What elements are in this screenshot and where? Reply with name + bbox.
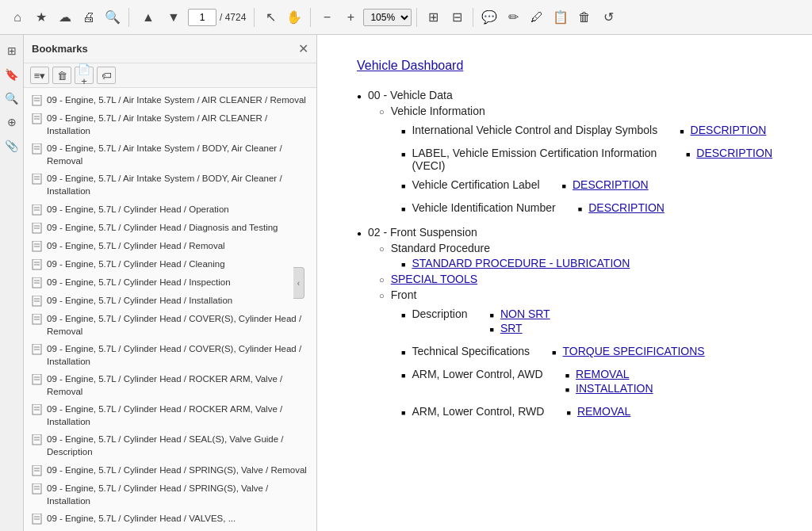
intl-symbols-description: DESCRIPTION [680, 124, 766, 136]
stamp-button[interactable]: 📋 [550, 6, 572, 29]
separator-3 [310, 8, 311, 27]
bookmark-item[interactable]: 09 - Engine, 5.7L / Air Intake System / … [24, 109, 316, 139]
annotation-tools: 💬 ✏ 🖊 📋 🗑 ↺ [478, 6, 619, 29]
search-icon-button[interactable]: 🔍 [2, 89, 21, 108]
zoom-out-button[interactable]: − [316, 6, 338, 29]
bookmark-item[interactable]: 09 - Engine, 5.7L / Cylinder Head / Remo… [24, 237, 316, 255]
print-button[interactable]: 🖨 [78, 6, 100, 29]
std-proc-lubrication: STANDARD PROCEDURE - LUBRICATION [401, 257, 772, 269]
bookmark-item[interactable]: 09 - Engine, 5.7L / Cylinder Head / SEAL… [24, 430, 316, 460]
standard-procedure-label: Standard Procedure [379, 242, 772, 254]
attachments-icon-button[interactable]: 📎 [2, 136, 21, 155]
cert-label-description-link[interactable]: DESCRIPTION [573, 178, 649, 191]
sidebar-title: Bookmarks [32, 43, 88, 55]
bookmark-item-icon [30, 313, 43, 326]
bookmark-item[interactable]: 09 - Engine, 5.7L / Cylinder Head / Inst… [24, 292, 316, 310]
zoom-select[interactable]: 50% 75% 100% 105% 125% 150% 200% [363, 9, 412, 26]
snap-view-button[interactable]: ⊞ [422, 6, 444, 29]
bookmark-item[interactable]: 09 - Engine, 5.7L / Cylinder Head / Insp… [24, 273, 316, 292]
bookmark-item[interactable]: 09 - Engine, 5.7L / Cylinder Head / Diag… [24, 219, 316, 237]
pen-button[interactable]: ✏ [502, 6, 524, 29]
bookmark-item[interactable]: 09 - Engine, 5.7L / Cylinder Head / SPRI… [24, 461, 316, 479]
tech-specs-label: Technical Specifications [401, 345, 530, 357]
vin-description-link[interactable]: DESCRIPTION [588, 201, 665, 214]
bookmark-item-icon [30, 143, 43, 155]
bookmark-options-button[interactable]: ≡▾ [30, 67, 49, 84]
cursor-tools: ↖ ✋ [259, 6, 305, 29]
section-vehicle-data: 00 - Vehicle Data Vehicle Information In… [357, 89, 772, 218]
arm-lower-awd: ARM, Lower Control, AWD REMOVAL [401, 364, 772, 399]
vehicle-data-children: Vehicle Information International Vehicl… [357, 105, 772, 218]
bookmark-item-icon [30, 373, 43, 386]
bookmark-item[interactable]: 09 - Engine, 5.7L / Air Intake System / … [24, 139, 316, 170]
non-srt-link[interactable]: NON SRT [500, 308, 550, 320]
bookmark-star-button[interactable]: ★ [30, 6, 52, 29]
bookmark-item[interactable]: 09 - Engine, 5.7L / Cylinder Head / VALV… [24, 510, 316, 528]
torque-specs: TORQUE SPECIFICATIONS [552, 345, 705, 357]
bookmark-item[interactable]: 09 - Engine, 5.7L / Cylinder Head / Clea… [24, 255, 316, 273]
technical-specs: Technical Specifications TORQUE SPECIFIC… [401, 341, 772, 361]
bookmark-item-text: 09 - Engine, 5.7L / Cylinder Head / VALV… [47, 512, 310, 525]
bookmark-item-icon [30, 483, 43, 495]
upload-button[interactable]: ☁ [54, 6, 76, 29]
bookmark-item-text: 09 - Engine, 5.7L / Cylinder Head / SEAL… [47, 433, 310, 458]
front-label: Front [379, 288, 772, 301]
highlight-button[interactable]: 🖊 [526, 6, 548, 29]
intl-symbols-description-link[interactable]: DESCRIPTION [691, 124, 767, 136]
section-front-suspension: 02 - Front Suspension Standard Procedure… [357, 226, 772, 422]
bookmark-item-icon [30, 464, 43, 477]
new-bookmark-button[interactable]: 📄+ [75, 67, 94, 84]
strikethrough-button[interactable]: ⊟ [446, 6, 468, 29]
srt-link[interactable]: SRT [500, 322, 523, 334]
description-label: Description [401, 308, 467, 320]
arm-awd-installation: INSTALLATION [565, 382, 653, 395]
arm-awd-installation-link[interactable]: INSTALLATION [576, 382, 653, 395]
vehicle-information-label: Vehicle Information [379, 105, 772, 117]
label-veci-description-link[interactable]: DESCRIPTION [696, 147, 772, 159]
toolbar: ⌂ ★ ☁ 🖨 🔍 ▲ ▼ 1 / 4724 ↖ ✋ − + 50% 75% 1… [0, 0, 812, 35]
separator-5 [473, 8, 473, 27]
bookmark-item[interactable]: 09 - Engine, 5.7L / Cylinder Head / COVE… [24, 340, 316, 370]
bookmark-item-text: 09 - Engine, 5.7L / Cylinder Head / SPRI… [47, 464, 310, 476]
zoom-tools: − + 50% 75% 100% 105% 125% 150% 200% [316, 6, 412, 29]
torque-specs-link[interactable]: TORQUE SPECIFICATIONS [563, 345, 705, 357]
zoom-in-button[interactable]: + [339, 6, 362, 29]
thumbnail-icon-button[interactable]: ⊞ [2, 41, 21, 60]
bookmark-item[interactable]: 09 - Engine, 5.7L / Air Intake System / … [24, 170, 316, 200]
bookmark-item-text: 09 - Engine, 5.7L / Cylinder Head / ROCK… [47, 372, 310, 398]
bookmark-item[interactable]: 09 - Engine, 5.7L / Cylinder Head / Oper… [24, 201, 316, 219]
prev-page-button[interactable]: ▲ [137, 6, 159, 29]
page-title[interactable]: Vehicle Dashboard [357, 59, 772, 73]
zoom-out-small-button[interactable]: 🔍 [102, 6, 124, 29]
bookmark-item[interactable]: 09 - Engine, 5.7L / Cylinder Head / ROCK… [24, 370, 316, 400]
comment-button[interactable]: 💬 [478, 6, 500, 29]
cert-label-description: DESCRIPTION [562, 178, 649, 191]
redo-button[interactable]: ↺ [597, 6, 619, 29]
layers-icon-button[interactable]: ⊕ [2, 113, 21, 132]
bookmark-item-icon [30, 295, 43, 308]
home-button[interactable]: ⌂ [6, 6, 29, 29]
arm-rwd-removal-link[interactable]: REMOVAL [577, 405, 630, 418]
special-tools: SPECIAL TOOLS [379, 273, 772, 285]
bookmark-item[interactable]: 09 - Engine, 5.7L / Cylinder Head / ROCK… [24, 400, 316, 430]
arm-awd-removal-link[interactable]: REMOVAL [576, 368, 629, 380]
delete-button[interactable]: 🗑 [573, 6, 596, 29]
bookmark-item-text: 09 - Engine, 5.7L / Air Intake System / … [47, 112, 310, 137]
bookmark-item-icon [30, 403, 43, 416]
sidebar-close-button[interactable]: ✕ [298, 41, 308, 56]
select-tool-button[interactable]: ↖ [259, 6, 282, 29]
left-panel-icons: ⊞ 🔖 🔍 ⊕ 📎 [0, 35, 24, 531]
flag-bookmark-button[interactable]: 🏷 [97, 67, 116, 84]
delete-bookmark-button[interactable]: 🗑 [52, 67, 71, 84]
lubrication-link[interactable]: STANDARD PROCEDURE - LUBRICATION [412, 257, 630, 269]
arm-lower-awd-links: REMOVAL INSTALLATION [543, 366, 653, 396]
next-page-button[interactable]: ▼ [163, 6, 185, 29]
bookmark-item[interactable]: 09 - Engine, 5.7L / Cylinder Head / COVE… [24, 310, 316, 340]
special-tools-link[interactable]: SPECIAL TOOLS [391, 273, 477, 285]
page-number-input[interactable]: 1 [188, 9, 216, 26]
sidebar-collapse-handle[interactable]: ‹ [293, 267, 304, 299]
bookmark-item[interactable]: 09 - Engine, 5.7L / Air Intake System / … [24, 91, 316, 109]
pan-tool-button[interactable]: ✋ [283, 6, 305, 29]
bookmarks-icon-button[interactable]: 🔖 [2, 65, 21, 84]
bookmark-item[interactable]: 09 - Engine, 5.7L / Cylinder Head / SPRI… [24, 479, 316, 510]
